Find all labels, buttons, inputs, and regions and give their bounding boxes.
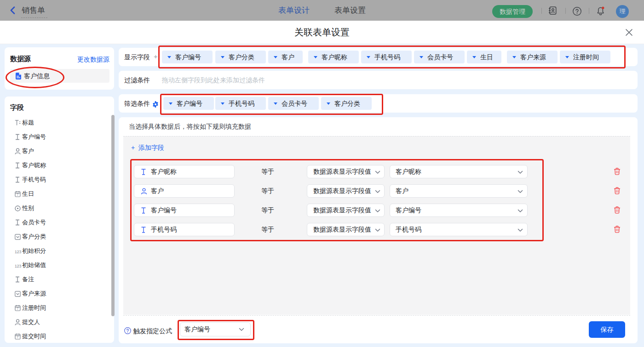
svg-text:7: 7 bbox=[17, 193, 19, 196]
svg-text:7: 7 bbox=[17, 307, 19, 310]
svg-text:7: 7 bbox=[17, 336, 19, 339]
